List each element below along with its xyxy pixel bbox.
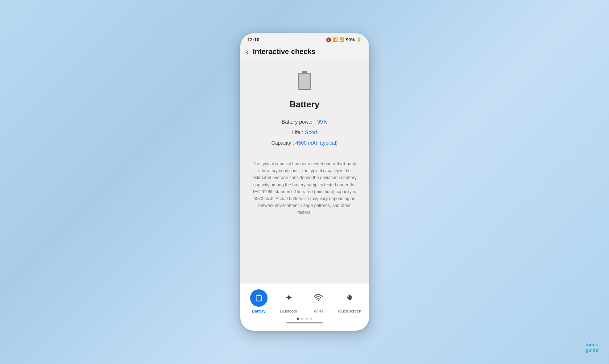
battery-icon-container: [297, 71, 312, 92]
back-button[interactable]: ‹: [246, 47, 249, 56]
bluetooth-nav-label: Bluetooth: [280, 309, 297, 313]
mute-icon: 🔇: [326, 37, 331, 42]
status-icons: 🔇 📶 📶 99% 🔋: [326, 37, 361, 42]
battery-pct-status: 99%: [346, 37, 355, 42]
battery-power-row: Battery power : 99%: [248, 118, 362, 126]
wifi-icon: [314, 294, 323, 302]
wifi-status-icon: 📶: [333, 37, 338, 42]
status-bar: 12:10 🔇 📶 📶 99% 🔋: [240, 33, 369, 45]
battery-capacity-value: 4500 mAh (typical): [295, 140, 338, 146]
battery-capacity-label: Capacity :: [272, 140, 295, 146]
battery-nav-icon: [255, 294, 263, 302]
dot-3: [306, 318, 308, 320]
battery-title: Battery: [290, 99, 320, 109]
pagination-dots: [240, 318, 369, 320]
watermark: tom's guide: [585, 342, 598, 353]
svg-rect-5: [256, 296, 261, 301]
dot-1: [297, 318, 299, 320]
home-indicator: [286, 322, 323, 323]
battery-power-value: 99%: [317, 119, 327, 125]
battery-nav-icon-circle: [250, 289, 268, 307]
phone-frame: 12:10 🔇 📶 📶 99% 🔋 ‹ Interactive checks B: [240, 33, 369, 331]
battery-disclaimer: The typical capacity has been tested und…: [248, 161, 362, 216]
svg-rect-3: [257, 295, 261, 295]
nav-item-wifi[interactable]: Wi-Fi: [307, 289, 329, 313]
dot-4: [310, 318, 312, 320]
battery-capacity-row: Capacity : 4500 mAh (typical): [248, 139, 362, 147]
watermark-line2: guide: [585, 347, 598, 353]
touchscreen-nav-label: Touch screen: [337, 309, 361, 313]
nav-item-bluetooth[interactable]: ✦ Bluetooth: [278, 289, 299, 313]
main-content: Battery Battery power : 99% Life : Good …: [240, 60, 369, 284]
battery-stats: Battery power : 99% Life : Good Capacity…: [248, 118, 362, 150]
watermark-line1: tom's: [585, 342, 598, 348]
nav-item-touchscreen[interactable]: Touch screen: [337, 289, 361, 313]
nav-item-battery[interactable]: Battery: [248, 289, 270, 313]
touchscreen-nav-icon-circle: [341, 289, 358, 307]
bluetooth-nav-icon-circle: ✦: [280, 289, 297, 307]
battery-life-value: Good: [304, 129, 317, 135]
wifi-nav-icon-circle: [310, 289, 327, 307]
signal-icon: 📶: [339, 37, 344, 42]
touch-icon: [345, 293, 353, 303]
dot-2: [301, 318, 303, 320]
battery-nav-label: Battery: [252, 309, 266, 313]
battery-icon: [297, 71, 312, 91]
bottom-nav: Battery ✦ Bluetooth: [240, 284, 369, 331]
battery-power-label: Battery power :: [282, 119, 317, 125]
status-time: 12:10: [248, 37, 260, 42]
page-title: Interactive checks: [253, 47, 315, 56]
bluetooth-icon: ✦: [285, 293, 292, 303]
battery-life-row: Life : Good: [248, 129, 362, 136]
svg-rect-0: [302, 71, 307, 73]
battery-status-icon: 🔋: [356, 37, 362, 42]
svg-rect-2: [299, 74, 310, 89]
nav-items: Battery ✦ Bluetooth: [240, 289, 369, 313]
wifi-nav-label: Wi-Fi: [314, 309, 323, 313]
battery-life-label: Life :: [292, 129, 304, 135]
top-bar: ‹ Interactive checks: [240, 45, 369, 60]
svg-point-6: [318, 300, 319, 301]
